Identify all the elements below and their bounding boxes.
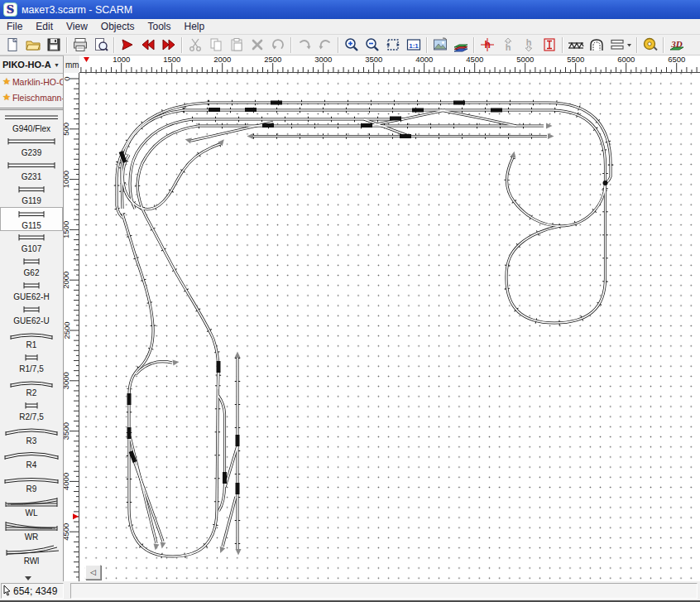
track-item-g119[interactable]: G119 [0,183,63,207]
menu-item-help[interactable]: Help [178,19,212,34]
zoom-1-1-button[interactable]: 1:1 [403,36,424,55]
svg-text:500: 500 [64,123,71,136]
track-symbol-icon [2,519,60,532]
track-symbol-icon [2,399,60,412]
zoom-out-icon [364,36,381,53]
title-bar[interactable]: S макет3.scarm - SCARM [0,0,700,19]
rotate-button[interactable] [267,36,288,55]
star-icon: ★ [0,92,12,103]
print-button[interactable] [70,36,90,55]
zoom-out-button[interactable] [362,36,382,55]
print-preview-button[interactable] [90,36,111,55]
chevron-down-icon: ▼ [54,62,63,68]
track-item-label: R1/7,5 [19,364,43,373]
bridge-button[interactable] [565,36,586,55]
svg-text:6000: 6000 [617,55,635,64]
track-symbol-icon [2,303,60,316]
track-library-sidebar: PIKO-HO-A ▼ ★Marklin-HO-C★Fleischmann-H0… [0,55,64,581]
track-item-gue62-u[interactable]: GUE62-U [0,303,63,327]
menu-item-tools[interactable]: Tools [141,19,178,34]
toolbar-separator [111,36,117,54]
track-item-r2[interactable]: R2 [0,375,63,399]
svg-text:3000: 3000 [314,55,332,64]
zoom-in-button[interactable] [341,36,362,55]
track-item-g62[interactable]: G62 [0,255,63,279]
track-item-g115[interactable]: G115 [0,207,63,231]
bridge-icon [568,36,584,53]
zoom-region-button[interactable] [382,36,403,55]
track-item-r9[interactable]: R9 [0,471,63,495]
layout-canvas[interactable]: ◁ [79,73,700,581]
height-down-button[interactable]: h [518,36,539,55]
menu-bar: FileEditViewObjectsToolsHelp [0,19,700,35]
track-item-g940-flex[interactable]: G940/Flex [0,111,63,135]
copy-button[interactable] [205,36,226,55]
menu-item-view[interactable]: View [60,19,94,34]
track-end-arrow [159,542,165,549]
save-file-button[interactable] [43,36,64,55]
coordinates-text: 654; 4349 [13,585,57,597]
toolbar-separator [64,36,70,54]
track-end-arrow [235,352,241,359]
track-item-wl[interactable]: WL [0,495,63,519]
track-item-label: G119 [22,196,41,205]
height-up-button[interactable]: h [497,36,518,55]
delete-icon [249,36,266,53]
track-symbol-icon [2,447,60,460]
track-item-g231[interactable]: G231 [0,159,63,183]
track-item-r1[interactable]: R1 [0,327,63,351]
open-file-button[interactable] [22,36,43,55]
svg-text:4500: 4500 [466,55,483,64]
track-item-r4[interactable]: R4 [0,447,63,471]
library-item-fleischmann-h0[interactable]: ★Fleischmann-H0 [0,89,63,105]
view-3d-button[interactable]: 3D [666,36,687,55]
track-symbol-icon [2,159,60,172]
track-end-arrow [548,133,554,139]
track-item-rwl[interactable]: RWl [0,543,63,567]
measure-button[interactable] [640,36,660,55]
library-item-marklin-ho-c[interactable]: ★Marklin-HO-C [0,74,63,89]
svg-text:3D: 3D [670,39,683,49]
menu-item-file[interactable]: File [0,19,29,34]
track-item-r1-7-5[interactable]: R1/7,5 [0,351,63,375]
step-back-button[interactable] [137,36,158,55]
start-point-button[interactable] [117,36,137,55]
parallel-tracks-button[interactable] [607,36,634,55]
delete-button[interactable] [247,36,267,55]
track-symbol-icon [2,183,60,196]
track-item-r3[interactable]: R3 [0,423,63,447]
new-file-button[interactable] [2,36,22,55]
svg-text:2000: 2000 [64,272,71,289]
step-forward-button[interactable] [158,36,179,55]
track-item-g107[interactable]: G107 [0,231,63,255]
toolbar-separator [335,36,341,54]
scroll-more-indicator[interactable] [25,576,31,580]
track-item-r2-7-5[interactable]: R2/7,5 [0,399,63,423]
heights-button[interactable]: h [477,36,497,55]
track-item-label: R3 [26,436,37,445]
track-item-label: R4 [26,460,37,470]
library-selector[interactable]: PIKO-HO-A ▼ [0,56,63,74]
layers-button[interactable] [450,36,471,55]
layers-icon [453,36,469,53]
scroll-left-button[interactable]: ◁ [85,565,101,580]
toolbar-separator [288,36,294,54]
track-item-label: G115 [22,221,41,230]
rotate-icon [270,36,286,53]
menu-item-edit[interactable]: Edit [29,19,60,34]
redo-button[interactable] [314,36,335,55]
toolbar-separator [471,36,477,54]
menu-item-objects[interactable]: Objects [94,19,141,34]
cursor-coordinates: 654; 4349 [1,583,64,599]
cut-button[interactable] [185,36,205,55]
tunnel-button[interactable] [586,36,607,55]
undo-button[interactable] [294,36,314,55]
track-item-g239[interactable]: G239 [0,135,63,159]
paste-button[interactable] [226,36,247,55]
text-tool-button[interactable] [539,36,559,55]
background-image-button[interactable] [429,36,450,55]
cut-icon [187,36,204,53]
track-end-arrow [546,123,553,129]
track-item-wr[interactable]: WR [0,519,63,543]
track-item-gue62-h[interactable]: GUE62-H [0,279,63,303]
